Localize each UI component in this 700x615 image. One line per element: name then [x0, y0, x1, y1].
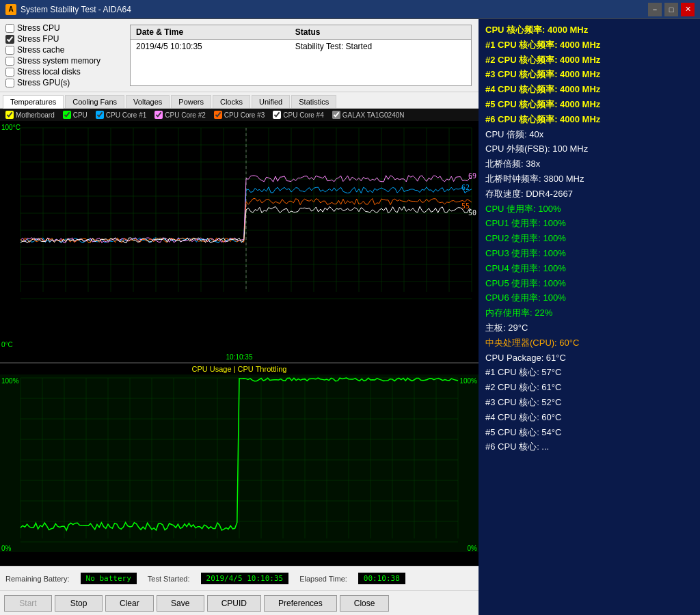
stat-line: CPU2 使用率: 100%	[485, 232, 693, 246]
stat-line: 存取速度: DDR4-2667	[485, 187, 693, 202]
col-datetime: Date & Time	[131, 25, 290, 40]
legend-item: Motherboard	[5, 111, 55, 119]
stat-line: CPU1 使用率: 100%	[485, 217, 693, 231]
stat-line: #4 CPU 核心频率: 4000 MHz	[485, 83, 693, 97]
tab-cooling-fans[interactable]: Cooling Fans	[65, 95, 124, 108]
usage-chart-title: CPU Usage | CPU Throttling	[192, 365, 287, 373]
tab-voltages[interactable]: Voltages	[126, 95, 170, 108]
checkbox-cpu[interactable]	[5, 24, 14, 33]
stat-line: CPU 使用率: 100%	[485, 202, 693, 217]
cpu-usage-chart: 100% 0% 100% 0%	[0, 374, 479, 566]
app-icon: A	[5, 4, 16, 15]
legend-item: CPU Core #4	[273, 111, 323, 119]
stress-option-cpu: Stress CPU	[5, 23, 122, 33]
stat-line: #1 CPU 核心频率: 4000 MHz	[485, 38, 693, 53]
right-panel: CPU 核心频率: 4000 MHz#1 CPU 核心频率: 4000 MHz#…	[479, 19, 700, 615]
window-controls: − □ ✕	[648, 3, 695, 16]
stat-line: 北桥倍频: 38x	[485, 157, 693, 172]
temp-y-min: 0°C	[1, 341, 13, 348]
usage-y-top-right: 100%	[459, 377, 477, 385]
tab-powers[interactable]: Powers	[171, 95, 211, 108]
cell-datetime: 2019/4/5 10:10:35	[131, 40, 290, 54]
stat-line: 中央处理器(CPU): 60°C	[485, 336, 693, 351]
cb-label-cpu: Stress CPU	[17, 23, 60, 33]
col-status: Status	[290, 25, 471, 40]
start-button[interactable]: Start	[4, 595, 52, 612]
checkbox-mem[interactable]	[5, 57, 14, 66]
status-bar: Remaining Battery: No battery Test Start…	[0, 566, 479, 590]
status-row: 2019/4/5 10:10:35Stability Test: Started	[131, 40, 471, 54]
tab-statistics[interactable]: Statistics	[291, 95, 336, 108]
stat-line: #4 CPU 核心: 60°C	[485, 411, 693, 425]
usage-chart-label: CPU Usage | CPU Throttling	[0, 364, 479, 374]
stat-line: #5 CPU 核心频率: 4000 MHz	[485, 98, 693, 112]
tabs-bar: TemperaturesCooling FansVoltagesPowersCl…	[0, 92, 479, 109]
stress-option-disk: Stress local disks	[5, 67, 122, 77]
legend-item: CPU Core #3	[214, 111, 265, 119]
preferences-button[interactable]: Preferences	[264, 595, 337, 612]
legend-item: CPU Core #1	[96, 111, 146, 119]
charts-area: MotherboardCPUCPU Core #1CPU Core #2CPU …	[0, 109, 479, 566]
stat-line: #1 CPU 核心: 57°C	[485, 366, 693, 380]
cpuid-button[interactable]: CPUID	[207, 595, 261, 612]
test-started-label: Test Started:	[148, 575, 190, 583]
tab-clocks[interactable]: Clocks	[213, 95, 250, 108]
stat-line: CPU6 使用率: 100%	[485, 291, 693, 305]
stat-line: CPU 外频(FSB): 100 MHz	[485, 142, 693, 156]
battery-value: No battery	[81, 573, 137, 584]
stress-options: Stress CPUStress FPUStress cacheStress s…	[5, 23, 122, 87]
stress-option-fpu: Stress FPU	[5, 34, 122, 44]
stat-line: 内存使用率: 22%	[485, 306, 693, 320]
temperature-chart: 100°C 0°C 10:10:35	[0, 121, 479, 364]
cb-label-disk: Stress local disks	[17, 67, 81, 77]
stress-option-cache: Stress cache	[5, 45, 122, 55]
legend-item: CPU Core #2	[154, 111, 205, 119]
stat-line: CPU5 使用率: 100%	[485, 277, 693, 291]
stress-option-mem: Stress system memory	[5, 56, 122, 66]
legend-item: GALAX TA1G0240N	[332, 111, 405, 119]
stat-line: CPU 倍频: 40x	[485, 128, 693, 142]
stress-option-gpu: Stress GPU(s)	[5, 78, 122, 87]
save-button[interactable]: Save	[157, 595, 204, 612]
tab-unified[interactable]: Unified	[252, 95, 290, 108]
cb-label-fpu: Stress FPU	[17, 34, 59, 44]
checkbox-disk[interactable]	[5, 68, 14, 77]
stat-line: CPU Package: 61°C	[485, 351, 693, 366]
cb-label-cache: Stress cache	[17, 45, 64, 55]
test-started-value: 2019/4/5 10:10:35	[201, 573, 289, 584]
titlebar: A System Stability Test - AIDA64 − □ ✕	[0, 0, 700, 19]
checkbox-fpu[interactable]	[5, 35, 14, 44]
window-title: System Stability Test - AIDA64	[21, 5, 648, 14]
stat-line: #3 CPU 核心频率: 4000 MHz	[485, 68, 693, 82]
stat-line: #3 CPU 核心: 52°C	[485, 396, 693, 410]
usage-y-bottom-right: 0%	[468, 545, 477, 552]
battery-label: Remaining Battery:	[5, 575, 70, 583]
cb-label-gpu: Stress GPU(s)	[17, 78, 70, 87]
checkbox-gpu[interactable]	[5, 79, 14, 87]
temp-x-label: 10:10:35	[226, 353, 253, 361]
close-button[interactable]: Close	[340, 595, 390, 612]
checkbox-cache[interactable]	[5, 46, 14, 55]
elapsed-label: Elapsed Time:	[299, 575, 347, 583]
minimize-button[interactable]: −	[648, 3, 662, 16]
stop-button[interactable]: Stop	[55, 595, 103, 612]
stat-line: #2 CPU 核心: 61°C	[485, 381, 693, 395]
cell-status: Stability Test: Started	[290, 40, 471, 54]
usage-y-bottom-left: 0%	[1, 545, 11, 552]
legend-item: CPU	[63, 111, 88, 119]
stat-line: #6 CPU 核心频率: 4000 MHz	[485, 113, 693, 127]
temp-y-max: 100°C	[1, 124, 21, 131]
toolbar: StartStopClearSaveCPUIDPreferencesClose	[0, 590, 479, 615]
legend-bar: MotherboardCPUCPU Core #1CPU Core #2CPU …	[0, 109, 479, 121]
stat-line: 北桥时钟频率: 3800 MHz	[485, 172, 693, 187]
stat-line: 主板: 29°C	[485, 321, 693, 336]
maximize-button[interactable]: □	[664, 3, 678, 16]
usage-y-top-left: 100%	[1, 377, 19, 385]
stat-line: CPU4 使用率: 100%	[485, 262, 693, 276]
tab-temperatures[interactable]: Temperatures	[3, 95, 64, 109]
cb-label-mem: Stress system memory	[17, 56, 100, 66]
stat-line: #2 CPU 核心频率: 4000 MHz	[485, 53, 693, 68]
close-button[interactable]: ✕	[681, 3, 695, 16]
stat-line: CPU 核心频率: 4000 MHz	[485, 23, 693, 38]
clear-button[interactable]: Clear	[105, 595, 154, 612]
